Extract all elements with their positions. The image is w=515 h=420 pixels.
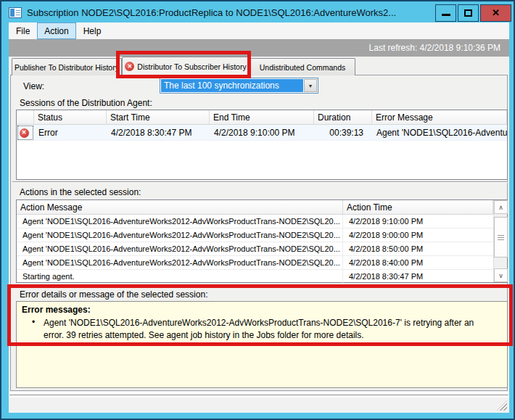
error-details-panel: Error messages: Agent 'NODE1\SQL2016-Adv… xyxy=(16,301,508,388)
action-row[interactable]: Agent 'NODE1\SQL2016-AdventureWorks2012-… xyxy=(17,242,507,256)
error-details-label: Error details or message of the selected… xyxy=(20,289,207,300)
column-header-end-time[interactable]: End Time xyxy=(210,110,314,125)
window-title: Subscription NODE2\SQL2016:ProductReplic… xyxy=(27,7,434,18)
action-time-cell: 4/2/2018 8:40:00 PM xyxy=(343,256,507,269)
column-header-action-message[interactable]: Action Message xyxy=(17,200,343,215)
sessions-table: Status Start Time End Time Duration Erro… xyxy=(16,110,508,180)
vertical-scrollbar[interactable] xyxy=(493,200,507,282)
chevron-down-icon[interactable] xyxy=(304,79,317,92)
sessions-label: Sessions of the Distribution Agent: xyxy=(20,98,152,108)
action-time-cell: 4/2/2018 9:00:00 PM xyxy=(343,228,507,242)
sessions-table-header: Status Start Time End Time Duration Erro… xyxy=(17,110,507,125)
maximize-button[interactable] xyxy=(458,4,479,22)
chevron-down-icon[interactable] xyxy=(494,268,508,282)
bullet-icon xyxy=(23,317,44,342)
window-frame: Subscription NODE2\SQL2016:ProductReplic… xyxy=(0,0,515,420)
column-header-duration[interactable]: Duration xyxy=(314,110,372,125)
menu-help[interactable]: Help xyxy=(76,22,109,39)
minimize-icon xyxy=(442,14,450,16)
menu-action[interactable]: Action xyxy=(37,22,75,39)
action-time-cell: 4/2/2018 9:10:00 PM xyxy=(343,215,507,228)
close-icon xyxy=(492,7,500,18)
column-header-error-message[interactable]: Error Message xyxy=(372,110,507,125)
column-header-action-time[interactable]: Action Time xyxy=(343,200,493,215)
error-message-item: Agent 'NODE1\SQL2016-AdventureWorks2012-… xyxy=(23,317,507,342)
close-button[interactable] xyxy=(480,4,511,22)
error-message-text: Agent 'NODE1\SQL2016-AdventureWorks2012-… xyxy=(44,317,482,342)
app-icon xyxy=(9,7,22,18)
action-row[interactable]: Starting agent. 4/2/2018 8:30:47 PM xyxy=(17,270,507,284)
action-time-cell: 4/2/2018 8:30:47 PM xyxy=(343,270,507,283)
action-row[interactable]: Agent 'NODE1\SQL2016-AdventureWorks2012-… xyxy=(17,215,507,228)
tab-publisher-to-distributor-history[interactable]: Publisher To Distributor History xyxy=(12,58,122,75)
action-row[interactable]: Agent 'NODE1\SQL2016-AdventureWorks2012-… xyxy=(17,228,507,242)
error-icon xyxy=(20,128,29,138)
session-row[interactable]: Error 4/2/2018 8:30:47 PM 4/2/2018 9:10:… xyxy=(17,125,507,141)
status-cell: Error xyxy=(34,125,107,141)
view-label: View: xyxy=(23,81,44,91)
tab-label: Undistributed Commands xyxy=(260,63,345,72)
scrollbar-thumb[interactable] xyxy=(494,217,508,258)
column-header-status[interactable]: Status xyxy=(34,110,107,125)
action-message-cell: Agent 'NODE1\SQL2016-AdventureWorks2012-… xyxy=(17,228,343,242)
duration-cell: 00:39:13 xyxy=(314,125,372,141)
tab-distributor-to-subscriber-history[interactable]: Distributor To Subscriber History xyxy=(122,57,250,75)
action-row[interactable]: Agent 'NODE1\SQL2016-AdventureWorks2012-… xyxy=(17,256,507,270)
status-icon-cell xyxy=(17,125,34,141)
last-refresh-text: Last refresh: 4/2/2018 9:10:36 PM xyxy=(369,43,500,53)
view-dropdown[interactable]: The last 100 synchronizations xyxy=(160,78,318,94)
action-message-cell: Starting agent. xyxy=(17,270,343,283)
menu-bar: File Action Help xyxy=(9,22,509,39)
menu-file[interactable]: File xyxy=(9,22,37,39)
column-header-start-time[interactable]: Start Time xyxy=(107,110,210,125)
footer-divider xyxy=(9,395,508,396)
action-time-cell: 4/2/2018 8:50:00 PM xyxy=(343,242,507,255)
action-message-cell: Agent 'NODE1\SQL2016-AdventureWorks2012-… xyxy=(17,256,343,269)
actions-table: Action Message Action Time Agent 'NODE1\… xyxy=(16,199,508,283)
status-footer xyxy=(9,398,509,413)
tab-undistributed-commands[interactable]: Undistributed Commands xyxy=(250,58,355,75)
view-dropdown-value[interactable]: The last 100 synchronizations xyxy=(161,79,303,92)
tab-label: Publisher To Distributor History xyxy=(15,63,119,72)
tab-label: Distributor To Subscriber History xyxy=(137,62,246,71)
error-icon xyxy=(125,62,134,71)
resize-grip-icon[interactable] xyxy=(497,400,507,411)
actions-label: Actions in the selected session: xyxy=(20,187,141,197)
scrollbar-grip-icon xyxy=(498,235,504,240)
start-time-cell: 4/2/2018 8:30:47 PM xyxy=(107,125,210,141)
chevron-up-icon[interactable] xyxy=(494,200,508,214)
error-message-cell: Agent 'NODE1\SQL2016-Adventu... xyxy=(372,125,507,141)
action-message-cell: Agent 'NODE1\SQL2016-AdventureWorks2012-… xyxy=(17,215,343,228)
section-divider xyxy=(12,181,508,183)
end-time-cell: 4/2/2018 9:10:00 PM xyxy=(210,125,314,141)
minimize-button[interactable] xyxy=(435,4,456,22)
title-bar: Subscription NODE2\SQL2016:ProductReplic… xyxy=(3,3,512,22)
error-messages-heading: Error messages: xyxy=(22,305,507,315)
actions-table-header: Action Message Action Time xyxy=(17,200,507,215)
window-controls xyxy=(434,4,511,22)
column-header-icon[interactable] xyxy=(17,110,34,125)
last-refresh-bar: Last refresh: 4/2/2018 9:10:36 PM xyxy=(9,39,509,57)
maximize-icon xyxy=(464,9,472,17)
action-message-cell: Agent 'NODE1\SQL2016-AdventureWorks2012-… xyxy=(17,242,343,255)
